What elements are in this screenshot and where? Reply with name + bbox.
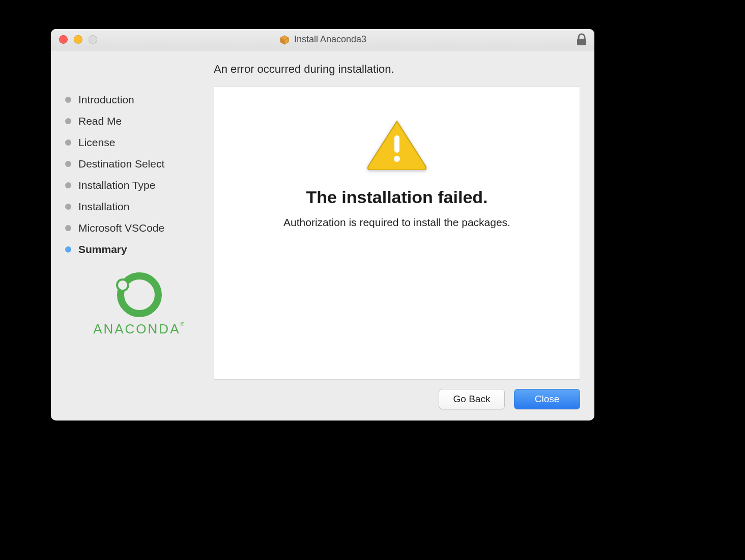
go-back-button[interactable]: Go Back [439,389,505,409]
window-title: Install Anaconda3 [51,34,594,45]
anaconda-logo: ANACONDA® [65,272,214,337]
step-dot-icon [65,118,71,124]
step-dot-icon [65,97,71,103]
anaconda-wordmark: ANACONDA® [65,321,214,337]
close-window-button[interactable] [59,35,68,44]
svg-rect-0 [577,39,586,45]
svg-rect-1 [394,135,399,153]
window-controls [51,35,97,44]
installer-window: Install Anaconda3 An error occurred duri… [51,29,594,421]
step-label: Read Me [78,115,122,127]
anaconda-ring-icon [117,272,162,317]
step-installation-type: Installation Type [65,175,214,196]
window-title-text: Install Anaconda3 [294,34,366,45]
step-dot-icon [65,204,71,210]
minimize-window-button[interactable] [74,35,82,44]
step-label: License [78,136,115,149]
step-dot-icon [65,139,71,146]
footer-buttons: Go Back Close [51,380,594,421]
step-introduction: Introduction [65,89,214,110]
warning-icon [361,117,433,172]
step-dot-icon [65,161,71,167]
step-dot-icon [65,225,71,231]
step-summary: Summary [65,239,214,260]
lock-icon [576,33,587,48]
step-label: Introduction [78,94,134,106]
step-dot-icon [65,246,71,253]
result-panel: The installation failed. Authorization i… [214,86,580,380]
close-button[interactable]: Close [514,389,580,409]
steps-sidebar: Introduction Read Me License Destination… [65,86,214,380]
step-license: License [65,132,214,153]
page-heading: An error occurred during installation. [51,50,594,86]
step-read-me: Read Me [65,110,214,132]
failure-title: The installation failed. [306,187,488,207]
step-label: Microsoft VSCode [78,222,164,234]
step-label: Destination Select [78,158,164,170]
step-label: Installation Type [78,179,155,191]
step-microsoft-vscode: Microsoft VSCode [65,217,214,239]
package-icon [279,34,290,45]
zoom-window-button[interactable] [89,35,97,44]
step-label: Installation [78,201,129,213]
content-area: An error occurred during installation. I… [51,50,594,421]
svg-point-2 [394,156,400,162]
failure-message: Authorization is required to install the… [283,216,510,229]
titlebar: Install Anaconda3 [51,29,594,50]
step-destination-select: Destination Select [65,153,214,175]
step-installation: Installation [65,196,214,217]
step-label: Summary [78,243,127,256]
step-dot-icon [65,182,71,188]
